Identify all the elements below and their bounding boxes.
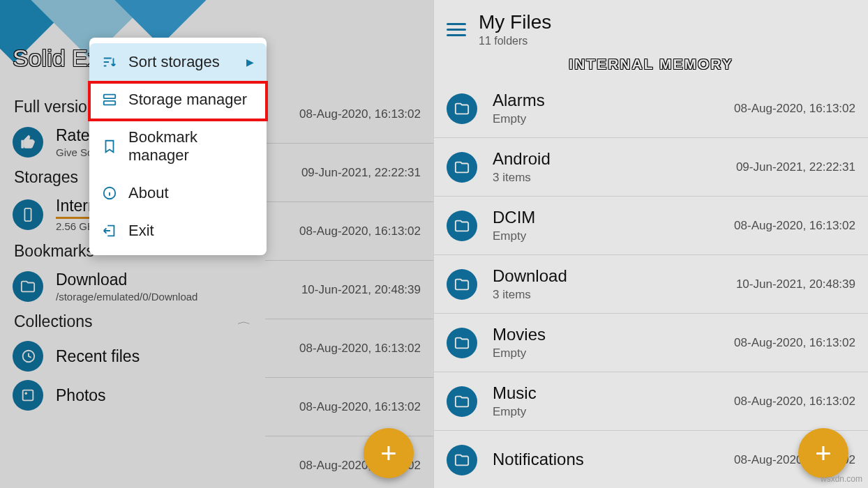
- folder-icon: [447, 269, 477, 300]
- chevron-right-icon: ▶: [246, 56, 254, 68]
- phone-icon: [13, 199, 43, 230]
- page-subtitle: 11 folders: [479, 35, 551, 47]
- list-item[interactable]: 08-Aug-2020, 16:13:02: [265, 378, 433, 436]
- recent-files-item[interactable]: Recent files: [0, 337, 265, 376]
- page-title: My Files: [479, 11, 551, 33]
- watermark: wsxdn.com: [821, 474, 862, 484]
- history-icon: [13, 341, 43, 372]
- svg-rect-4: [104, 101, 116, 105]
- folder-icon: [447, 328, 477, 358]
- svg-point-2: [25, 392, 27, 395]
- list-item[interactable]: Download3 items 10-Jun-2021, 20:48:39: [434, 255, 868, 314]
- svg-rect-3: [104, 95, 116, 99]
- svg-rect-1: [23, 390, 33, 401]
- fab-add-button[interactable]: +: [798, 428, 848, 478]
- recent-title: Recent files: [56, 347, 253, 366]
- overflow-menu: Sort storages ▶ Storage manager Bookmark…: [89, 38, 267, 255]
- bookmark-manager-item[interactable]: Bookmark manager: [89, 119, 267, 174]
- plus-icon: +: [380, 438, 396, 469]
- folder-icon: [447, 211, 477, 241]
- hamburger-icon[interactable]: [447, 23, 466, 36]
- list-item[interactable]: MusicEmpty 08-Aug-2020, 16:13:02: [434, 372, 868, 431]
- list-item[interactable]: 08-Aug-2020, 16:13:02: [265, 319, 433, 378]
- section-header: INTERNAL MEMORY: [434, 53, 868, 79]
- list-item[interactable]: DCIMEmpty 08-Aug-2020, 16:13:02: [434, 197, 868, 255]
- list-item[interactable]: 08-Aug-2020, 16:13:02: [265, 202, 433, 261]
- folder-icon: [447, 445, 477, 475]
- svg-rect-0: [24, 208, 31, 220]
- exit-icon: [102, 223, 117, 238]
- folder-icon: [447, 152, 477, 183]
- folder-icon: [447, 93, 477, 124]
- exit-item[interactable]: Exit: [89, 212, 267, 250]
- photos-title: Photos: [56, 386, 253, 405]
- folder-list: AlarmsEmpty 08-Aug-2020, 16:13:02 Androi…: [434, 79, 868, 488]
- sort-icon: [102, 54, 117, 70]
- list-item[interactable]: 08-Aug-2020, 16:13:02: [265, 85, 433, 144]
- info-icon: [102, 185, 117, 201]
- chevron-up-icon: ︿: [237, 316, 251, 327]
- about-item[interactable]: About: [89, 174, 267, 212]
- bookmark-icon: [102, 139, 117, 154]
- fab-add-button[interactable]: +: [364, 428, 414, 478]
- image-icon: [13, 380, 43, 411]
- folder-icon: [13, 271, 43, 302]
- thumbs-up-icon: [13, 127, 43, 158]
- storage-manager-item[interactable]: Storage manager: [89, 81, 267, 119]
- list-item[interactable]: 09-Jun-2021, 22:22:31: [265, 144, 433, 202]
- sort-storages-item[interactable]: Sort storages ▶: [89, 43, 267, 81]
- folder-icon: [447, 386, 477, 417]
- download-path: /storage/emulated/0/Download: [56, 291, 253, 303]
- list-item[interactable]: Android3 items 09-Jun-2021, 22:22:31: [434, 138, 868, 197]
- storage-icon: [102, 92, 117, 107]
- list-item[interactable]: AlarmsEmpty 08-Aug-2020, 16:13:02: [434, 79, 868, 138]
- bookmark-download-item[interactable]: Download /storage/emulated/0/Download: [0, 266, 265, 307]
- list-item[interactable]: MoviesEmpty 08-Aug-2020, 16:13:02: [434, 314, 868, 372]
- list-item[interactable]: 10-Jun-2021, 20:48:39: [265, 261, 433, 319]
- download-title: Download: [56, 270, 253, 289]
- file-list-left: 08-Aug-2020, 16:13:02 09-Jun-2021, 22:22…: [265, 85, 433, 488]
- plus-icon: +: [815, 438, 831, 469]
- photos-item[interactable]: Photos: [0, 376, 265, 415]
- collections-header[interactable]: Collections ︿: [0, 307, 265, 337]
